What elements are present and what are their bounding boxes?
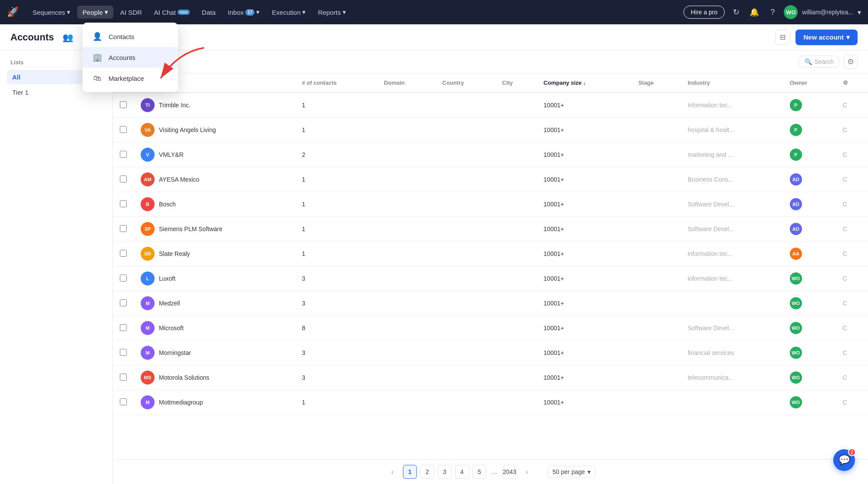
sidebar-item-all[interactable]: All — [7, 70, 106, 84]
row-checkbox[interactable] — [120, 250, 127, 257]
select-all-checkbox[interactable] — [120, 79, 127, 86]
industry: Business Cons... — [681, 167, 783, 192]
table-row[interactable]: M Morningstar 3 10001+ financial service… — [113, 341, 868, 365]
nav-data[interactable]: Data — [197, 6, 221, 19]
next-page-button[interactable]: › — [520, 465, 534, 479]
table-row[interactable]: B Bosch 1 10001+ Software Devel... AD C — [113, 192, 868, 217]
company-name: Trimble Inc. — [159, 102, 191, 109]
company-name: VMLY&R — [159, 151, 184, 158]
col-stage: Stage — [631, 73, 681, 93]
row-checkbox[interactable] — [120, 176, 127, 182]
table-row[interactable]: SP Siemens PLM Software 1 10001+ Softwar… — [113, 217, 868, 242]
city — [495, 291, 537, 316]
row-checkbox[interactable] — [120, 126, 127, 133]
table-row[interactable]: VA Visiting Angels Living 1 10001+ hospi… — [113, 118, 868, 143]
sidebar-item-tier1[interactable]: Tier 1 — [7, 85, 106, 99]
company-name-cell: SR Slate Realy — [141, 247, 288, 261]
nav-execution[interactable]: Execution ▾ — [267, 6, 311, 19]
contacts-count: 1 — [295, 390, 377, 415]
row-checkbox[interactable] — [120, 225, 127, 232]
table-row[interactable]: M Medzell 3 10001+ WO C — [113, 291, 868, 316]
main-content: Lists All Tier 1 All ▾ 🔍 Search ⚙ — [0, 50, 868, 484]
table-row[interactable]: AM AYESA Mexico 1 10001+ Business Cons..… — [113, 167, 868, 192]
table-row[interactable]: M Microsoft 8 10001+ Software Devel... W… — [113, 316, 868, 341]
stage — [631, 341, 681, 365]
col-settings[interactable]: ⚙ — [836, 73, 868, 93]
table-toolbar: All ▾ 🔍 Search ⚙ — [113, 50, 868, 73]
page-3-button[interactable]: 3 — [438, 465, 452, 479]
chevron-down-icon[interactable]: ▾ — [858, 8, 861, 17]
company-avatar: V — [141, 148, 155, 162]
page-last-button[interactable]: 2043 — [502, 465, 516, 479]
per-page-selector[interactable]: 50 per page ▾ — [548, 466, 595, 478]
table-row[interactable]: TI Trimble Inc. 1 10001+ information tec… — [113, 93, 868, 118]
prev-page-button[interactable]: ‹ — [386, 465, 399, 479]
row-checkbox[interactable] — [120, 398, 127, 405]
company-size: 10001+ — [537, 167, 631, 192]
domain — [377, 93, 435, 118]
activity-date-filter[interactable]: Activity date ▾ — [83, 31, 135, 44]
country — [436, 217, 495, 242]
nav-reports[interactable]: Reports ▾ — [313, 6, 351, 19]
search-input-wrap[interactable]: 🔍 Search — [798, 56, 840, 68]
owner-avatar: WO — [790, 297, 802, 309]
contacts-count: 1 — [295, 192, 377, 217]
table-row[interactable]: V VMLY&R 2 10001+ marketing and ... P C — [113, 143, 868, 167]
nav-ai-sdr[interactable]: AI SDR — [115, 6, 147, 19]
chevron-down-icon: ▾ — [105, 8, 108, 16]
notifications-button[interactable]: 🔔 — [747, 5, 761, 19]
settings-icon-button[interactable]: ⚙ — [844, 55, 858, 69]
show-all-button[interactable]: All ▾ — [123, 56, 147, 68]
row-checkbox[interactable] — [120, 324, 127, 331]
chevron-down-icon: ▾ — [343, 8, 346, 16]
row-actions: C — [836, 192, 868, 217]
owner-cell: P — [783, 93, 836, 118]
row-checkbox[interactable] — [120, 151, 127, 158]
help-button[interactable]: ? — [766, 5, 779, 19]
page-5-button[interactable]: 5 — [472, 465, 486, 479]
nav-inbox[interactable]: Inbox 17 ▾ — [223, 6, 265, 19]
nav-ai-chat[interactable]: AI Chat New — [149, 6, 195, 19]
owner-avatar: AD — [790, 223, 802, 235]
new-account-button[interactable]: New account ▾ — [795, 30, 858, 45]
hire-pro-button[interactable]: Hire a pro — [683, 6, 725, 19]
refresh-button[interactable]: ↻ — [729, 5, 743, 19]
page-2-button[interactable]: 2 — [420, 465, 434, 479]
city — [495, 143, 537, 167]
nav-people[interactable]: People ▾ — [77, 6, 113, 19]
row-checkbox[interactable] — [120, 299, 127, 306]
row-checkbox[interactable] — [120, 101, 127, 108]
row-checkbox[interactable] — [120, 275, 127, 282]
owner-avatar: WO — [790, 347, 802, 359]
people-icon-button[interactable]: 👥 — [61, 30, 75, 44]
industry: telecommunica... — [681, 365, 783, 390]
table-row[interactable]: SR Slate Realy 1 10001+ information tec.… — [113, 242, 868, 266]
row-checkbox[interactable] — [120, 200, 127, 207]
stage — [631, 266, 681, 291]
owner-avatar: WO — [790, 322, 802, 334]
row-checkbox[interactable] — [120, 374, 127, 381]
page-1-button[interactable]: 1 — [403, 465, 417, 479]
industry: information tec... — [681, 266, 783, 291]
col-name: Name — [134, 73, 295, 93]
owner-cell: WO — [783, 291, 836, 316]
table-row[interactable]: MS Motorola Solutions 3 10001+ telecommu… — [113, 365, 868, 390]
top-navigation: 🚀 Sequences ▾ People ▾ AI SDR AI Chat Ne… — [0, 0, 868, 24]
company-name-cell: SP Siemens PLM Software — [141, 222, 288, 236]
row-actions: C — [836, 118, 868, 143]
company-avatar: SP — [141, 222, 155, 236]
chevron-down-icon: ▾ — [125, 34, 129, 41]
nav-sequences[interactable]: Sequences ▾ — [27, 6, 76, 19]
page-4-button[interactable]: 4 — [455, 465, 469, 479]
city — [495, 365, 537, 390]
owner-cell: AD — [783, 192, 836, 217]
chat-bubble-button[interactable]: 💬 2 — [833, 449, 855, 471]
table-row[interactable]: M Mottmediagroup 1 10001+ WO C — [113, 390, 868, 415]
city — [495, 390, 537, 415]
col-company-size[interactable]: Company size ↓ — [537, 73, 631, 93]
company-name: Motorola Solutions — [159, 374, 209, 381]
chevron-down-icon: ▾ — [302, 8, 306, 16]
table-row[interactable]: L Luxoft 3 10001+ information tec... WO … — [113, 266, 868, 291]
filter-button[interactable]: ⊟ — [775, 30, 790, 45]
row-checkbox[interactable] — [120, 349, 127, 356]
